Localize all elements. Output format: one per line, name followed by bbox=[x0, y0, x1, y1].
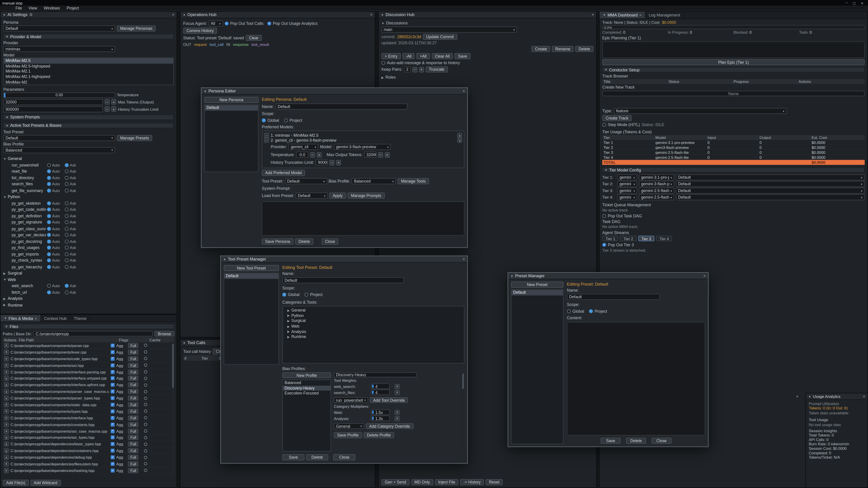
ask-radio[interactable] bbox=[65, 188, 68, 192]
menu-item[interactable]: View bbox=[29, 5, 37, 10]
tier-provider-select[interactable]: gemini ▾ bbox=[617, 181, 637, 187]
tool-tree-row[interactable]: fetch_url Auto Ask bbox=[3, 289, 174, 295]
detached-panel-close-icon[interactable]: × bbox=[796, 394, 799, 399]
tool-tree-row[interactable]: get_file_summary Auto Ask bbox=[3, 187, 174, 194]
tool-tree-row[interactable]: ▼ Web Auto Ask bbox=[3, 276, 174, 283]
pref-max-tokens-input[interactable]: 32000 bbox=[364, 152, 376, 158]
pref-model-select[interactable]: gemini-3-flash-preview ▾ bbox=[334, 144, 391, 150]
close-icon[interactable]: × bbox=[863, 394, 865, 399]
cache-indicator-icon[interactable] bbox=[144, 456, 147, 459]
delete-preset-button[interactable]: Delete bbox=[626, 437, 646, 444]
track-type-select[interactable]: feature ▾ bbox=[614, 108, 786, 114]
menu-item[interactable]: Windows bbox=[44, 5, 60, 10]
agg-checkbox[interactable] bbox=[111, 396, 115, 400]
manage-personas-button[interactable]: Manage Personas bbox=[117, 26, 156, 32]
pop-out-tool-calls-checkbox[interactable] bbox=[224, 22, 228, 26]
new-profile-button[interactable]: New Profile bbox=[282, 372, 331, 378]
discussion-action-button[interactable]: Reset bbox=[486, 479, 502, 485]
ask-radio[interactable] bbox=[65, 176, 68, 180]
tool-preset-name-input[interactable]: Default bbox=[282, 277, 404, 283]
close-icon[interactable]: × bbox=[463, 257, 465, 262]
tier-provider-select[interactable]: gemini ▾ bbox=[617, 174, 637, 180]
comms-history-button[interactable]: Comms History bbox=[183, 28, 217, 34]
weight-input[interactable]: 4 bbox=[371, 390, 390, 395]
tool-preset-list-item[interactable]: Default bbox=[224, 273, 278, 279]
pop-out-usage-checkbox[interactable] bbox=[268, 22, 271, 26]
ask-radio[interactable] bbox=[65, 201, 68, 205]
agg-checkbox[interactable] bbox=[111, 462, 115, 466]
remove-file-button[interactable]: x bbox=[4, 468, 9, 473]
delete-tool-preset-button[interactable]: Delete bbox=[306, 454, 328, 460]
tier-preset-select[interactable]: Default ▾ bbox=[676, 194, 865, 200]
tool-presets-section-header[interactable]: ▼ Active Tool Presets & Biases bbox=[3, 123, 174, 128]
model-list-item[interactable]: MiniMax-M2.5 bbox=[4, 58, 173, 63]
decrement-button[interactable]: − bbox=[105, 99, 110, 105]
new-persona-button[interactable]: New Persona bbox=[204, 97, 258, 103]
auto-radio[interactable] bbox=[47, 182, 51, 186]
window-close-icon[interactable]: ✕ bbox=[861, 1, 864, 5]
close-icon[interactable]: × bbox=[463, 89, 465, 94]
agg-checkbox[interactable] bbox=[111, 403, 115, 407]
remove-file-button[interactable]: x bbox=[4, 363, 9, 368]
scrollbar-thumb[interactable] bbox=[462, 373, 464, 389]
system-prompt-textarea[interactable] bbox=[262, 201, 464, 236]
tool-tree-row[interactable]: py_get_var_declaration Auto Ask bbox=[3, 232, 174, 238]
agg-checkbox[interactable] bbox=[111, 442, 115, 446]
decrement-button[interactable]: − bbox=[412, 67, 417, 72]
increment-button[interactable]: + bbox=[419, 67, 424, 72]
ask-radio[interactable] bbox=[65, 214, 68, 218]
tool-tree-row[interactable]: ▶ Runtime Auto Ask bbox=[3, 302, 174, 308]
rename-discussion-button[interactable]: Rename bbox=[552, 46, 574, 52]
increment-button[interactable]: + bbox=[336, 160, 341, 165]
full-button[interactable]: Full bbox=[128, 383, 138, 387]
entry-action-button[interactable]: Clear All bbox=[432, 53, 453, 59]
profile-name-input[interactable]: Discovery-Heavy bbox=[334, 372, 417, 377]
tool-tree-row[interactable]: web_search Auto Ask bbox=[3, 283, 174, 289]
increment-button[interactable]: + bbox=[111, 99, 116, 105]
tier-preset-select[interactable]: Default ▾ bbox=[676, 181, 865, 187]
manage-prompts-button[interactable]: Manage Prompts bbox=[348, 193, 384, 199]
tier-model-select[interactable]: gemini-2.5-flash-lite ▾ bbox=[639, 194, 674, 200]
full-button[interactable]: Full bbox=[128, 350, 138, 355]
category-tree-item[interactable]: ▶ General bbox=[283, 308, 464, 313]
browse-button[interactable]: Browse bbox=[154, 331, 174, 336]
auto-radio[interactable] bbox=[47, 214, 51, 218]
add-files-button[interactable]: Add File(s) bbox=[3, 480, 29, 486]
manage-tools-button[interactable]: Manage Tools bbox=[398, 178, 429, 184]
agg-checkbox[interactable] bbox=[111, 422, 115, 426]
cache-indicator-icon[interactable] bbox=[144, 344, 147, 347]
remove-file-button[interactable]: x bbox=[4, 402, 9, 407]
remove-file-button[interactable]: x bbox=[4, 356, 9, 361]
agg-checkbox[interactable] bbox=[111, 363, 115, 367]
scope-global-radio[interactable] bbox=[262, 119, 266, 122]
remove-file-button[interactable]: x bbox=[4, 383, 9, 387]
save-tool-preset-button[interactable]: Save bbox=[282, 454, 305, 460]
auto-radio[interactable] bbox=[47, 284, 51, 288]
tool-tree-row[interactable]: py_get_code_outline Auto Ask bbox=[3, 206, 174, 213]
remove-file-button[interactable]: x bbox=[4, 429, 9, 433]
cache-indicator-icon[interactable] bbox=[144, 469, 147, 472]
cache-indicator-icon[interactable] bbox=[144, 449, 147, 453]
collapsed-icon[interactable]: ▶ bbox=[287, 314, 289, 318]
bias-profile-list-item[interactable]: Balanced bbox=[283, 380, 331, 385]
pop-out-dag-checkbox[interactable] bbox=[602, 214, 606, 218]
bias-profile-list-item[interactable]: Discovery-Heavy bbox=[283, 385, 331, 391]
tool-tree-row[interactable]: ▼ General Auto Ask bbox=[3, 156, 174, 162]
auto-radio[interactable] bbox=[47, 163, 51, 167]
collapse-icon[interactable]: ▼ bbox=[204, 90, 207, 93]
add-tool-override-button[interactable]: Add Tool Override bbox=[370, 397, 408, 402]
preset-name-input[interactable]: Default bbox=[567, 294, 660, 300]
agg-checkbox[interactable] bbox=[111, 429, 115, 433]
close-icon[interactable]: × bbox=[639, 13, 642, 17]
menu-item[interactable]: File bbox=[16, 5, 22, 10]
bias-scrollbar[interactable] bbox=[462, 373, 464, 450]
menu-item[interactable]: Project bbox=[66, 5, 79, 10]
ask-radio[interactable] bbox=[65, 163, 68, 167]
add-category-override-button[interactable]: Add Category Override bbox=[366, 423, 413, 429]
full-button[interactable]: Full bbox=[128, 363, 138, 368]
model-list-item[interactable]: MiniMax-M2.5-highspeed bbox=[4, 64, 173, 69]
increment-button[interactable]: + bbox=[384, 152, 390, 157]
collapse-icon[interactable]: ▼ bbox=[381, 21, 384, 25]
agg-checkbox[interactable] bbox=[111, 449, 115, 453]
provider-model-section-header[interactable]: ▼ Provider & Model bbox=[3, 34, 174, 39]
